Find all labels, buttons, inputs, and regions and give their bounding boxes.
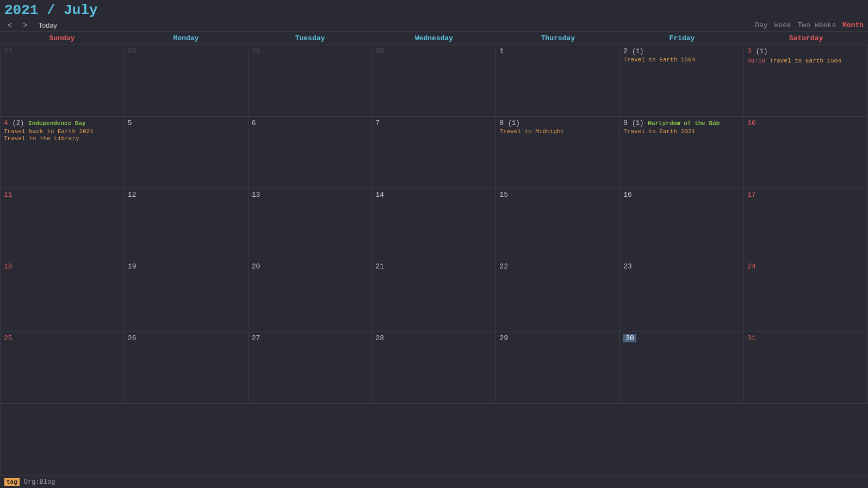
day-num: 6 [252, 119, 369, 127]
event-travel-midnight[interactable]: Travel to Midnight [499, 128, 616, 135]
cell-jul11[interactable]: 11 [1, 189, 125, 260]
day-num: 25 [4, 334, 121, 342]
day-num: 4 (2) Independence Day [4, 119, 121, 127]
cell-jul31[interactable]: 31 [744, 332, 868, 404]
cell-jul24[interactable]: 24 [744, 260, 868, 332]
view-two-weeks[interactable]: Two Weeks [798, 21, 836, 29]
footer-label: Org:Blog [24, 478, 55, 486]
view-week[interactable]: Week [774, 21, 791, 29]
year-label: 2021 [4, 2, 38, 18]
cell-jul7[interactable]: 7 [373, 117, 497, 189]
day-num: 30 [623, 334, 740, 342]
cell-jul4[interactable]: 4 (2) Independence Day Travel back to Ea… [1, 117, 125, 189]
cell-jul3[interactable]: 3 (1) 09:18 Travel to Earth 1504 [744, 45, 868, 117]
calendar-grid: 27 28 29 30 1 2 (1) Travel to Earth 1504… [0, 45, 868, 476]
day-num: 22 [499, 262, 616, 271]
day-num: 18 [4, 262, 121, 271]
view-month[interactable]: Month [842, 21, 864, 29]
cell-jul30-today[interactable]: 30 [620, 332, 744, 404]
footer: tag Org:Blog [0, 476, 868, 488]
day-num: 15 [499, 191, 616, 199]
cell-jul1[interactable]: 1 [496, 45, 620, 117]
day-num: 29 [252, 47, 369, 55]
cell-jul9[interactable]: 9 (1) Martyrdom of the Báb Travel to Ear… [620, 117, 744, 189]
cell-jul25[interactable]: 25 [1, 332, 125, 404]
day-num: 29 [499, 334, 616, 342]
day-num: 2 (1) [623, 47, 740, 55]
header-monday: Monday [124, 32, 248, 45]
day-num: 16 [623, 191, 740, 199]
cell-jun28[interactable]: 28 [125, 45, 249, 117]
footer-tag[interactable]: tag [4, 478, 20, 486]
event-travel-earth2021[interactable]: Travel to Earth 2021 [623, 128, 740, 135]
header-thursday: Thursday [496, 32, 620, 45]
cell-jul10[interactable]: 10 [744, 117, 868, 189]
today-button[interactable]: Today [35, 20, 60, 30]
day-num: 1 [499, 47, 616, 55]
cell-jul2[interactable]: 2 (1) Travel to Earth 1504 [620, 45, 744, 117]
cell-jul15[interactable]: 15 [496, 189, 620, 260]
cell-jul13[interactable]: 13 [249, 189, 373, 260]
day-num: 31 [747, 334, 864, 342]
header-tuesday: Tuesday [248, 32, 372, 45]
prev-button[interactable]: < [4, 20, 15, 30]
cell-jul14[interactable]: 14 [373, 189, 497, 260]
day-num: 12 [128, 191, 245, 199]
event-count: (1) [632, 48, 644, 55]
day-num: 23 [623, 262, 740, 271]
event-jul3[interactable]: 09:18 Travel to Earth 1504 [747, 57, 864, 65]
cell-jun30[interactable]: 30 [373, 45, 497, 117]
event-time: 09:18 [747, 58, 765, 64]
next-button[interactable]: > [20, 20, 30, 30]
day-num: 30 [376, 47, 493, 55]
cell-jul22[interactable]: 22 [496, 260, 620, 332]
cell-jul5[interactable]: 5 [125, 117, 249, 189]
cell-jul12[interactable]: 12 [125, 189, 249, 260]
day-num: 20 [252, 262, 369, 271]
event-travel-earth1504-fri[interactable]: Travel to Earth 1504 [623, 57, 740, 63]
event-label: Travel to Earth 1504 [770, 58, 841, 64]
cell-jul19[interactable]: 19 [125, 260, 249, 332]
event-travel-back2021[interactable]: Travel back to Earth 2021 [4, 128, 121, 135]
day-num: 19 [128, 262, 245, 271]
today-indicator: 30 [623, 334, 636, 342]
cell-jun29[interactable]: 29 [249, 45, 373, 117]
day-num: 21 [376, 262, 493, 271]
cell-jul17[interactable]: 17 [744, 189, 868, 260]
cell-jul27[interactable]: 27 [249, 332, 373, 404]
day-num: 27 [4, 47, 121, 55]
day-num: 28 [128, 47, 245, 55]
event-travel-library[interactable]: Travel to the Library [4, 135, 121, 142]
day-num: 10 [747, 119, 864, 127]
cell-jul21[interactable]: 21 [373, 260, 497, 332]
day-num: 3 (1) [747, 47, 864, 55]
cell-jul8[interactable]: 8 (1) Travel to Midnight [496, 117, 620, 189]
separator: / [38, 2, 64, 18]
cell-jul29[interactable]: 29 [496, 332, 620, 404]
cell-jul18[interactable]: 18 [1, 260, 125, 332]
view-day[interactable]: Day [755, 21, 767, 29]
event-holiday: Independence Day [28, 120, 86, 127]
event-count: (1) [508, 120, 520, 127]
cell-jul28[interactable]: 28 [373, 332, 497, 404]
day-num: 5 [128, 119, 245, 127]
day-num: 11 [4, 191, 121, 199]
day-num: 27 [252, 334, 369, 342]
day-headers: Sunday Monday Tuesday Wednesday Thursday… [0, 32, 868, 45]
header-sunday: Sunday [0, 32, 124, 45]
event-count: (1) [756, 48, 768, 55]
cell-jul6[interactable]: 6 [249, 117, 373, 189]
cell-jul20[interactable]: 20 [249, 260, 373, 332]
day-num: 7 [376, 119, 493, 127]
cell-jun27[interactable]: 27 [1, 45, 125, 117]
header-wednesday: Wednesday [372, 32, 496, 45]
day-num: 14 [376, 191, 493, 199]
cell-jul16[interactable]: 16 [620, 189, 744, 260]
cell-jul23[interactable]: 23 [620, 260, 744, 332]
day-num: 28 [376, 334, 493, 342]
day-num: 8 (1) [499, 119, 616, 127]
cell-jul26[interactable]: 26 [125, 332, 249, 404]
day-num: 13 [252, 191, 369, 199]
day-num: 9 (1) Martyrdom of the Báb [623, 119, 740, 127]
day-num: 24 [747, 262, 864, 271]
